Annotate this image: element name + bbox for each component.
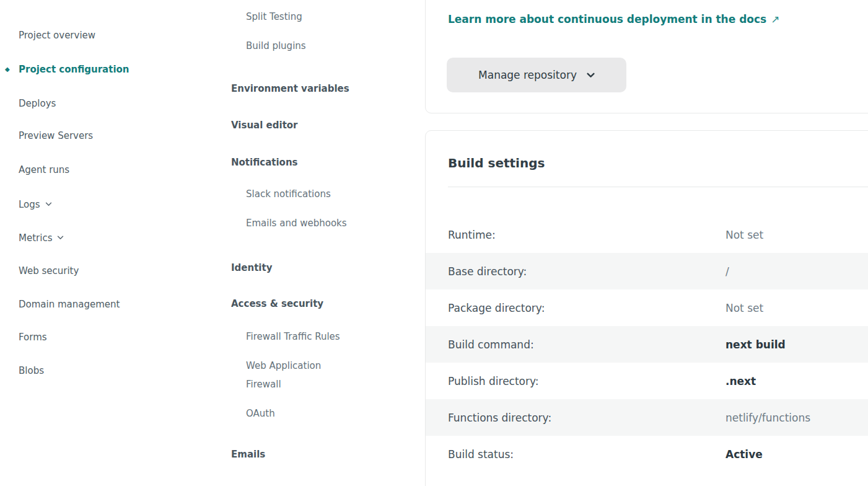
sidebar-item-deploys[interactable]: Deploys	[19, 96, 56, 111]
subnav-item-environment-variables[interactable]: Environment variables	[231, 79, 358, 98]
build-settings-title: Build settings	[448, 156, 545, 170]
project-sidebar-nav: Project overview◆Project configurationDe…	[0, 0, 214, 486]
sidebar-item-label: Agent runs	[19, 164, 69, 175]
subnav-item-access-security[interactable]: Access & security	[231, 294, 358, 313]
sidebar-item-domain-management[interactable]: Domain management	[19, 297, 120, 312]
build-setting-row: Base directory:/	[426, 253, 868, 289]
chevron-down-icon	[45, 198, 52, 209]
setting-label: Functions directory:	[448, 412, 726, 424]
build-setting-row: Functions directory:netlify/functions	[426, 399, 868, 436]
setting-value: netlify/functions	[726, 412, 810, 424]
subnav-item-firewall-traffic-rules[interactable]: Firewall Traffic Rules	[231, 327, 358, 346]
sidebar-item-label: Logs	[19, 199, 40, 210]
setting-value: Not set	[726, 302, 763, 314]
subnav-item-build-plugins[interactable]: Build plugins	[231, 37, 358, 55]
setting-value: next build	[726, 338, 786, 351]
sidebar-item-label: Blobs	[19, 365, 44, 376]
card-divider	[448, 187, 868, 187]
sidebar-item-label: Metrics	[19, 232, 52, 244]
docs-link[interactable]: Learn more about continuous deployment i…	[448, 13, 779, 25]
subnav-item-notifications[interactable]: Notifications	[231, 153, 358, 172]
setting-label: Base directory:	[448, 265, 726, 278]
subnav-item-emails-and-webhooks[interactable]: Emails and webhooks	[231, 214, 358, 232]
sidebar-item-agent-runs[interactable]: Agent runs	[19, 162, 69, 177]
sidebar-item-project-configuration[interactable]: ◆Project configuration	[19, 62, 129, 77]
sidebar-item-label: Project configuration	[19, 64, 129, 75]
subnav-item-visual-editor[interactable]: Visual editor	[231, 116, 358, 135]
setting-label: Build command:	[448, 338, 726, 351]
sidebar-item-project-overview[interactable]: Project overview	[19, 28, 95, 43]
chevron-down-icon	[587, 73, 595, 78]
subnav-item-split-testing[interactable]: Split Testing	[231, 7, 358, 26]
setting-label: Package directory:	[448, 302, 726, 314]
subnav-item-oauth[interactable]: OAuth	[231, 404, 358, 423]
build-setting-row: Build status:Active	[426, 436, 868, 472]
sidebar-item-blobs[interactable]: Blobs	[19, 363, 44, 378]
setting-label: Publish directory:	[448, 375, 726, 387]
setting-label: Build status:	[448, 448, 726, 461]
sidebar-item-label: Preview Servers	[19, 130, 93, 141]
sidebar-item-label: Domain management	[19, 299, 120, 310]
build-setting-row: Publish directory:.next	[426, 363, 868, 399]
sidebar-item-label: Forms	[19, 332, 47, 343]
sidebar-item-logs[interactable]: Logs	[19, 196, 52, 212]
manage-repository-label: Manage repository	[478, 69, 577, 81]
sidebar-item-preview-servers[interactable]: Preview Servers	[19, 128, 93, 143]
setting-label: Runtime:	[448, 229, 726, 241]
sidebar-item-metrics[interactable]: Metrics	[19, 229, 64, 245]
subnav-item-emails[interactable]: Emails	[231, 445, 358, 464]
sidebar-item-label: Web security	[19, 265, 79, 276]
sidebar-item-web-security[interactable]: Web security	[19, 263, 79, 278]
build-settings-card: Build settings Runtime:Not setBase direc…	[425, 130, 868, 486]
build-settings-rows: Runtime:Not setBase directory:/Package d…	[426, 216, 868, 472]
continuous-deployment-card: Learn more about continuous deployment i…	[425, 0, 868, 113]
setting-value: Active	[726, 448, 763, 461]
setting-value: /	[726, 265, 729, 278]
sidebar-item-forms[interactable]: Forms	[19, 330, 47, 345]
setting-value: Not set	[726, 229, 763, 241]
configuration-subnav: Split TestingBuild pluginsEnvironment va…	[231, 0, 362, 486]
active-item-bullet-icon: ◆	[5, 62, 10, 77]
subnav-item-web-application-firewall[interactable]: Web Application Firewall	[231, 356, 358, 394]
subnav-item-identity[interactable]: Identity	[231, 258, 358, 277]
subnav-item-slack-notifications[interactable]: Slack notifications	[231, 185, 358, 203]
sidebar-item-label: Deploys	[19, 98, 56, 109]
chevron-down-icon	[57, 231, 64, 242]
docs-link-label: Learn more about continuous deployment i…	[448, 13, 766, 25]
setting-value: .next	[726, 375, 756, 387]
build-setting-row: Package directory:Not set	[426, 289, 868, 326]
build-setting-row: Runtime:Not set	[426, 216, 868, 253]
sidebar-item-label: Project overview	[19, 30, 95, 41]
external-link-icon: ↗	[771, 13, 779, 25]
build-setting-row: Build command:next build	[426, 326, 868, 363]
manage-repository-button[interactable]: Manage repository	[447, 58, 626, 92]
